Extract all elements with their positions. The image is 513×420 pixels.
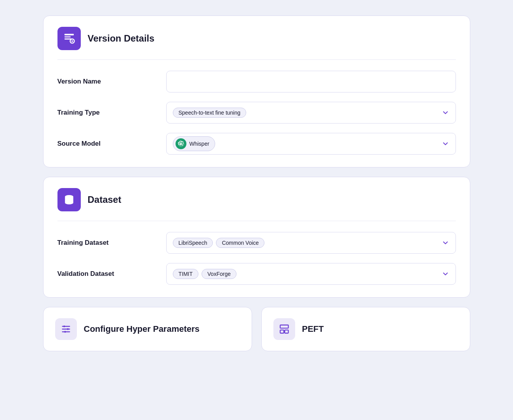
peft-icon: [273, 318, 295, 340]
version-details-card: Version Details Version Name Training Ty…: [43, 16, 470, 167]
version-name-label: Version Name: [57, 78, 166, 85]
source-model-control: Whisper: [166, 133, 456, 155]
librispeech-tag: LibriSpeech: [173, 238, 213, 248]
svg-rect-0: [64, 34, 74, 35]
source-model-label: Source Model: [57, 140, 166, 148]
training-type-control: Speech-to-text fine tuning: [166, 102, 456, 124]
validation-dataset-tags: TIMIT VoxForge: [173, 269, 237, 279]
validation-dataset-control: TIMIT VoxForge: [166, 263, 456, 285]
version-divider: [57, 59, 456, 60]
validation-dataset-label: Validation Dataset: [57, 270, 166, 278]
source-model-tag: Whisper: [173, 136, 215, 151]
source-model-row: Source Model Whisper: [57, 133, 456, 155]
validation-dataset-select[interactable]: TIMIT VoxForge: [166, 263, 456, 285]
validation-dataset-row: Validation Dataset TIMIT VoxForge: [57, 263, 456, 285]
dataset-card: Dataset Training Dataset LibriSpeech Com…: [43, 177, 470, 298]
training-dataset-select[interactable]: LibriSpeech Common Voice: [166, 232, 456, 254]
source-model-select[interactable]: Whisper: [166, 133, 456, 155]
peft-card[interactable]: PEFT: [261, 307, 470, 351]
common-voice-tag: Common Voice: [216, 238, 264, 248]
peft-title: PEFT: [302, 324, 324, 334]
version-details-title: Version Details: [88, 33, 155, 44]
svg-rect-1: [64, 37, 71, 38]
version-name-input[interactable]: [166, 71, 456, 92]
svg-point-9: [63, 326, 65, 328]
version-details-header: Version Details: [57, 27, 456, 50]
validation-dataset-chevron: [442, 270, 449, 278]
hyper-params-card[interactable]: Configure Hyper Parameters: [43, 307, 252, 351]
page-container: Version Details Version Name Training Ty…: [43, 16, 470, 351]
training-type-tag: Speech-to-text fine tuning: [173, 108, 247, 118]
training-type-label: Training Type: [57, 109, 166, 117]
training-dataset-control: LibriSpeech Common Voice: [166, 232, 456, 254]
training-dataset-tags: LibriSpeech Common Voice: [173, 238, 265, 248]
svg-point-4: [71, 40, 73, 42]
dataset-icon: [57, 188, 81, 211]
training-type-row: Training Type Speech-to-text fine tuning: [57, 102, 456, 124]
dataset-divider: [57, 221, 456, 221]
svg-rect-12: [280, 325, 288, 328]
voxforge-tag: VoxForge: [202, 269, 237, 279]
training-type-chevron: [442, 109, 449, 117]
training-dataset-chevron: [442, 239, 449, 247]
training-dataset-label: Training Dataset: [57, 239, 166, 247]
openai-icon: [176, 138, 186, 149]
version-name-row: Version Name: [57, 71, 456, 92]
dataset-header: Dataset: [57, 188, 456, 211]
sliders-icon: [55, 318, 77, 340]
svg-point-11: [64, 331, 66, 333]
svg-point-10: [67, 328, 69, 330]
training-dataset-row: Training Dataset LibriSpeech Common Voic…: [57, 232, 456, 254]
version-icon: [57, 27, 81, 50]
svg-rect-14: [285, 330, 288, 333]
bottom-cards-row: Configure Hyper Parameters PEFT: [43, 307, 470, 351]
timit-tag: TIMIT: [173, 269, 199, 279]
dataset-title: Dataset: [88, 194, 122, 205]
version-name-control: [166, 71, 456, 92]
training-type-select[interactable]: Speech-to-text fine tuning: [166, 102, 456, 124]
hyper-params-title: Configure Hyper Parameters: [84, 324, 200, 334]
training-type-content: Speech-to-text fine tuning: [173, 108, 247, 118]
source-model-content: Whisper: [173, 136, 215, 151]
source-model-chevron: [442, 140, 449, 148]
whisper-label: Whisper: [190, 141, 209, 147]
svg-rect-13: [280, 330, 283, 333]
